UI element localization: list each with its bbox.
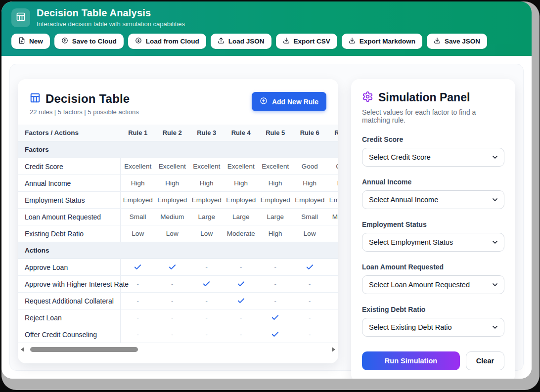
run-simulation-button[interactable]: Run Simulation [362, 351, 460, 370]
action-value-cell[interactable]: - [121, 326, 155, 343]
action-value-cell[interactable]: - [121, 276, 155, 292]
factor-value-cell[interactable]: Low [293, 225, 327, 242]
action-value-cell[interactable] [189, 276, 224, 292]
action-value-cell[interactable]: - [327, 309, 338, 326]
factor-value-cell[interactable]: Moderate [224, 225, 259, 242]
factor-value-cell[interactable]: Excellent [155, 158, 190, 174]
dash-mark: - [309, 297, 311, 305]
action-value-cell[interactable] [258, 309, 293, 326]
dash-mark: - [206, 331, 208, 338]
action-value-cell[interactable]: - [258, 259, 293, 275]
action-value-cell[interactable] [224, 276, 259, 292]
action-value-cell[interactable]: - [189, 259, 224, 275]
scrollbar-track[interactable] [24, 347, 332, 352]
action-value-cell[interactable]: - [327, 326, 338, 343]
annual-income-select[interactable]: Select Annual Income [362, 190, 504, 209]
action-value-cell[interactable]: - [293, 276, 327, 292]
action-value-cell[interactable]: - [224, 309, 259, 326]
factor-value-cell[interactable]: Excellent [121, 158, 155, 174]
action-value-cell[interactable]: - [189, 309, 224, 326]
action-name: Offer Credit Counseling [18, 326, 121, 343]
add-new-rule-button[interactable]: Add New Rule [252, 92, 326, 111]
debt-ratio-select[interactable]: Select Existing Debt Ratio [362, 318, 504, 337]
action-value-cell[interactable]: - [121, 293, 155, 309]
factor-value-cell[interactable]: High [293, 175, 327, 191]
factor-value-cell[interactable]: High [258, 175, 293, 191]
factor-value-cell[interactable]: Low [155, 225, 190, 242]
export-csv-button[interactable]: Export CSV [276, 34, 337, 49]
load-from-cloud-button[interactable]: Load from Cloud [128, 34, 206, 49]
section-row: Factors [18, 141, 338, 158]
export-markdown-button[interactable]: Export Markdown [342, 34, 422, 49]
check-icon [237, 280, 245, 288]
credit-score-select[interactable]: Select Credit Score [362, 148, 504, 167]
factor-value-cell[interactable]: Large [224, 209, 259, 225]
action-value-cell[interactable]: - [155, 309, 190, 326]
action-value-cell[interactable]: - [224, 259, 259, 275]
action-value-cell[interactable]: - [327, 276, 338, 292]
factor-value-cell[interactable]: Large [189, 209, 224, 225]
action-value-cell[interactable]: - [258, 276, 293, 292]
action-value-cell[interactable]: - [327, 293, 338, 309]
employment-status-select[interactable]: Select Employment Status [362, 233, 504, 252]
factor-value-cell[interactable]: Excellent [224, 158, 259, 174]
action-value-cell[interactable] [258, 326, 293, 343]
factor-value-cell[interactable]: Excellent [189, 158, 224, 174]
factor-value-cell[interactable]: Good [293, 158, 327, 174]
action-value-cell[interactable]: - [224, 326, 259, 343]
factor-value-cell[interactable]: Low [327, 225, 338, 242]
factor-value-cell[interactable]: Medium [327, 209, 338, 225]
factor-value-cell[interactable]: Employed [155, 192, 190, 208]
factor-value-cell[interactable]: Small [121, 209, 155, 225]
table-row: Credit ScoreExcellentExcellentExcellentE… [18, 158, 338, 175]
action-value-cell[interactable]: - [189, 293, 224, 309]
factor-value-cell[interactable]: Excellent [258, 158, 293, 174]
action-value-cell[interactable]: - [155, 293, 190, 309]
factor-value-cell[interactable]: High [258, 225, 293, 242]
new-button[interactable]: New [11, 34, 50, 49]
factor-value-cell[interactable]: Small [293, 209, 327, 225]
factor-value-cell[interactable]: High [121, 175, 155, 191]
action-value-cell[interactable]: - [327, 259, 338, 275]
action-value-cell[interactable] [293, 259, 327, 275]
save-to-cloud-button[interactable]: Save to Cloud [54, 34, 124, 49]
action-value-cell[interactable]: - [293, 309, 327, 326]
action-value-cell[interactable]: - [258, 293, 293, 309]
field-employment-status: Employment Status Select Employment Stat… [362, 220, 504, 252]
factor-value-cell[interactable]: High [155, 175, 190, 191]
table-row: Reject Loan------ [18, 309, 338, 326]
factor-value-cell[interactable]: Large [258, 209, 293, 225]
decision-table-stats: 22 rules | 5 factors | 5 possible action… [30, 108, 139, 116]
factor-value-cell[interactable]: High [189, 175, 224, 191]
action-value-cell[interactable]: - [155, 276, 190, 292]
factor-value-cell[interactable]: Medium [155, 209, 190, 225]
scroll-left-arrow[interactable] [21, 347, 24, 352]
action-value-cell[interactable] [224, 293, 259, 309]
action-value-cell[interactable] [121, 259, 155, 275]
factor-value-cell[interactable]: Employed [121, 192, 155, 208]
field-debt-ratio: Existing Debt Ratio Select Existing Debt… [362, 305, 504, 337]
file-plus-icon [18, 37, 25, 45]
factor-value-cell[interactable]: High [224, 175, 259, 191]
action-value-cell[interactable]: - [189, 326, 224, 343]
action-value-cell[interactable]: - [293, 326, 327, 343]
clear-button[interactable]: Clear [466, 351, 504, 370]
action-value-cell[interactable]: - [155, 326, 190, 343]
factor-value-cell[interactable]: Low [121, 225, 155, 242]
load-json-button[interactable]: Load JSON [211, 34, 271, 49]
factor-value-cell[interactable]: Good [327, 158, 338, 174]
factor-value-cell[interactable]: Employed [327, 192, 338, 208]
factor-value-cell[interactable]: Employed [258, 192, 293, 208]
save-json-button[interactable]: Save JSON [427, 34, 487, 49]
action-value-cell[interactable]: - [293, 293, 327, 309]
factor-value-cell[interactable]: Employed [189, 192, 224, 208]
action-value-cell[interactable]: - [121, 309, 155, 326]
factor-value-cell[interactable]: Employed [293, 192, 327, 208]
factor-value-cell[interactable]: Low [189, 225, 224, 242]
scroll-right-arrow[interactable] [332, 347, 335, 352]
action-value-cell[interactable] [155, 259, 190, 275]
factor-value-cell[interactable]: Employed [224, 192, 259, 208]
factor-value-cell[interactable]: High [327, 175, 338, 191]
scrollbar-thumb[interactable] [30, 347, 138, 352]
loan-amount-select[interactable]: Select Loan Amount Requested [362, 275, 504, 294]
